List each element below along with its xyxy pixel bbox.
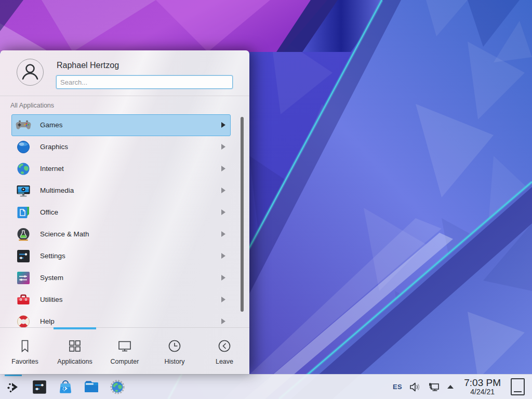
toolbox-icon (16, 292, 31, 308)
category-label: System (40, 274, 63, 282)
office-doc-icon (16, 205, 31, 220)
category-office[interactable]: Office (11, 202, 231, 223)
clock-date: 4/24/21 (464, 388, 501, 396)
tab-history[interactable]: History (150, 328, 200, 374)
clock-icon (167, 338, 182, 354)
leave-icon (217, 338, 232, 354)
tab-label: History (165, 358, 185, 365)
submenu-arrow-icon (221, 122, 225, 128)
graphics-sphere-icon (16, 139, 31, 155)
category-multimedia[interactable]: Multimedia (11, 180, 231, 202)
lifebuoy-icon (16, 314, 31, 327)
grid-icon (67, 338, 83, 354)
taskbar-system-settings[interactable] (30, 375, 49, 399)
submenu-arrow-icon (221, 253, 225, 259)
keyboard-layout-indicator[interactable]: ES (393, 383, 402, 391)
file-manager-icon (83, 379, 100, 395)
submenu-arrow-icon (221, 275, 225, 281)
show-desktop-button[interactable] (511, 378, 525, 395)
category-list: Games Graphics (0, 112, 249, 327)
tab-leave[interactable]: Leave (200, 328, 249, 374)
taskbar-panel: ES 7:03 PM 4/24/21 (0, 374, 532, 399)
submenu-arrow-icon (221, 188, 225, 193)
list-scrollbar[interactable] (241, 117, 244, 312)
user-avatar[interactable] (17, 59, 44, 86)
multimedia-icon (16, 183, 31, 198)
tab-applications[interactable]: Applications (50, 328, 100, 374)
system-settings-icon (31, 379, 48, 395)
system-sliders-icon (16, 270, 31, 286)
submenu-arrow-icon (221, 144, 225, 150)
submenu-arrow-icon (221, 209, 225, 215)
user-icon (18, 60, 42, 84)
section-label: All Applications (0, 96, 249, 112)
category-label: Multimedia (40, 187, 74, 194)
category-help[interactable]: Help (11, 311, 231, 327)
category-internet[interactable]: Internet (11, 158, 231, 180)
network-icon[interactable] (428, 381, 440, 393)
tab-computer[interactable]: Computer (100, 328, 150, 374)
user-name: Raphael Hertzog (57, 61, 233, 70)
tab-label: Computer (111, 358, 139, 365)
taskbar-discover[interactable] (56, 375, 75, 399)
tab-favorites[interactable]: Favorites (0, 328, 50, 374)
category-label: Settings (40, 252, 65, 260)
bookmark-icon (17, 338, 33, 354)
submenu-arrow-icon (221, 318, 225, 324)
globe-icon (16, 161, 31, 177)
tab-active-indicator (54, 327, 96, 329)
category-label: Internet (40, 165, 64, 172)
category-utilities[interactable]: Utilities (11, 289, 231, 311)
submenu-arrow-icon (221, 231, 225, 237)
system-tray: ES 7:03 PM 4/24/21 (393, 378, 528, 396)
category-settings[interactable]: Settings (11, 245, 231, 267)
launcher-tabbar: Favorites Applications Computer (0, 327, 249, 374)
tray-expand-arrow-icon[interactable] (447, 384, 454, 389)
submenu-arrow-icon (221, 297, 225, 302)
taskbar-file-manager[interactable] (82, 375, 101, 399)
desktop: Raphael Hertzog All Applications Games (0, 0, 532, 399)
digital-clock[interactable]: 7:03 PM 4/24/21 (464, 378, 501, 396)
settings-sliders-icon (16, 248, 31, 264)
submenu-arrow-icon (221, 166, 225, 171)
monitor-icon (117, 338, 132, 354)
search-input[interactable] (56, 75, 233, 89)
launcher-header: Raphael Hertzog (0, 50, 249, 96)
clock-time: 7:03 PM (464, 378, 501, 388)
gamepad-icon (16, 117, 31, 133)
category-games[interactable]: Games (11, 114, 231, 136)
flask-icon (16, 227, 31, 242)
discover-icon (57, 379, 74, 395)
category-label: Utilities (40, 296, 63, 303)
category-label: Science & Math (40, 230, 89, 238)
web-browser-icon (109, 379, 126, 395)
category-system[interactable]: System (11, 267, 231, 289)
tab-label: Applications (57, 358, 92, 365)
tab-label: Favorites (11, 358, 38, 365)
tab-label: Leave (216, 358, 233, 365)
category-label: Help (40, 317, 55, 325)
volume-icon[interactable] (409, 381, 421, 393)
application-launcher-popup: Raphael Hertzog All Applications Games (0, 50, 249, 374)
category-graphics[interactable]: Graphics (11, 136, 231, 158)
category-label: Office (40, 208, 58, 216)
category-label: Graphics (40, 143, 68, 151)
app-launcher-button[interactable] (4, 375, 23, 399)
taskbar-web-browser[interactable] (108, 375, 127, 399)
category-science-math[interactable]: Science & Math (11, 223, 231, 245)
launcher-open-indicator (5, 375, 22, 376)
category-label: Games (40, 121, 63, 129)
kde-launcher-icon (5, 379, 22, 395)
